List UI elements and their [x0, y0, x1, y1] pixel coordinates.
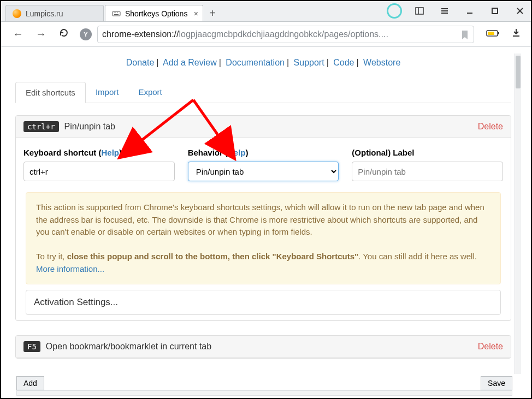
window-maximize-button[interactable] [487, 3, 503, 19]
kbd-badge: F5 [23, 341, 40, 352]
sidebar-toggle-icon[interactable] [412, 3, 427, 19]
svg-rect-0 [113, 11, 120, 16]
delete-shortcut-link[interactable]: Delete [478, 342, 503, 352]
link-code[interactable]: Code [333, 58, 354, 67]
shortcut-panel-1: ctrl+r Pin/unpin tab Delete Keyboard sho… [15, 115, 511, 321]
horizontal-scrollbar[interactable] [16, 390, 512, 396]
link-documentation[interactable]: Documentation [226, 58, 285, 67]
bookmark-icon[interactable] [460, 30, 469, 42]
shortcut-panel-2-header[interactable]: F5 Open bookmark/bookmarklet in current … [16, 336, 511, 358]
save-button[interactable]: Save [481, 376, 512, 390]
section-tabs: Edit shortcuts Import Export [15, 82, 511, 103]
nav-reload-button[interactable] [57, 28, 71, 40]
svg-rect-2 [115, 13, 116, 13]
svg-rect-9 [441, 13, 448, 14]
tab-edit-shortcuts[interactable]: Edit shortcuts [15, 82, 86, 103]
favicon-lumpics-icon [13, 9, 21, 18]
link-addreview[interactable]: Add a Review [163, 58, 217, 67]
window-close-button[interactable] [512, 3, 528, 19]
svg-rect-4 [114, 14, 119, 15]
yandex-icon[interactable]: Y [80, 28, 92, 40]
svg-rect-1 [114, 13, 115, 13]
svg-rect-5 [416, 8, 423, 14]
help-link-behavior[interactable]: Help [228, 148, 246, 157]
browser-toolbar: ← → Y chrome-extension://logpjaacgmcbpdk… [1, 22, 531, 47]
vertical-scrollbar[interactable] [515, 53, 521, 374]
browser-tab-shortkeys[interactable]: Shortkeys Options × [105, 5, 203, 21]
browser-tabstrip: Lumpics.ru Shortkeys Options × + [1, 1, 531, 22]
downloads-icon[interactable] [511, 28, 521, 40]
new-tab-button[interactable]: + [204, 5, 221, 21]
more-information-link[interactable]: More information... [36, 264, 104, 273]
svg-rect-10 [467, 13, 472, 14]
svg-rect-15 [498, 32, 499, 34]
svg-rect-16 [488, 32, 494, 35]
help-link-shortcut[interactable]: Help [102, 148, 120, 157]
tab-export[interactable]: Export [128, 82, 172, 103]
shortcut-title: Pin/unpin tab [64, 122, 115, 132]
alice-icon[interactable] [387, 3, 402, 19]
nav-forward-button[interactable]: → [34, 28, 48, 40]
window-minimize-button[interactable] [462, 3, 477, 19]
optional-label-input[interactable] [352, 162, 503, 181]
activation-settings-toggle[interactable]: Activation Settings... [26, 290, 501, 315]
behavior-select[interactable]: Pin/unpin tab [188, 162, 339, 181]
link-donate[interactable]: Donate [126, 58, 155, 67]
tab-title: Shortkeys Options [125, 9, 187, 18]
kbd-badge: ctrl+r [23, 121, 59, 132]
svg-rect-7 [441, 8, 448, 9]
tab-import[interactable]: Import [86, 82, 129, 103]
svg-rect-3 [117, 13, 118, 13]
label-behavior: Behavior (Help) [188, 148, 339, 157]
label-optional-label: (Optional) Label [352, 148, 503, 157]
keyboard-shortcut-input[interactable] [23, 162, 175, 181]
url-scheme: chrome-extension:// [102, 29, 179, 39]
tab-title: Lumpics.ru [26, 9, 63, 18]
shortcut-panel-1-header[interactable]: ctrl+r Pin/unpin tab Delete [16, 116, 511, 138]
shortcut-title: Open bookmark/bookmarklet in current tab [46, 342, 211, 352]
nav-back-button[interactable]: ← [11, 28, 25, 40]
browser-tab-lumpics[interactable]: Lumpics.ru [5, 5, 104, 21]
delete-shortcut-link[interactable]: Delete [478, 122, 503, 132]
favicon-keyboard-icon [112, 9, 121, 18]
svg-rect-8 [441, 10, 448, 11]
link-support[interactable]: Support [294, 58, 324, 67]
chrome-support-alert: This action is supported from Chrome's k… [26, 192, 501, 284]
shortcut-panel-2: F5 Open bookmark/bookmarklet in current … [15, 335, 511, 359]
add-shortcut-button[interactable]: Add [16, 376, 44, 390]
battery-icon [486, 29, 500, 39]
svg-rect-11 [492, 8, 498, 14]
menu-icon[interactable] [437, 3, 452, 19]
label-keyboard-shortcut: Keyboard shortcut (Help) [23, 148, 175, 157]
url-path: logpjaacgmcbpdkdchjiaagddngobkck/pages/o… [179, 29, 388, 39]
header-links: Donate| Add a Review| Documentation| Sup… [15, 58, 511, 68]
address-bar[interactable]: chrome-extension://logpjaacgmcbpdkdchjia… [97, 26, 474, 43]
close-tab-icon[interactable]: × [194, 9, 198, 18]
link-webstore[interactable]: Webstore [363, 58, 400, 67]
